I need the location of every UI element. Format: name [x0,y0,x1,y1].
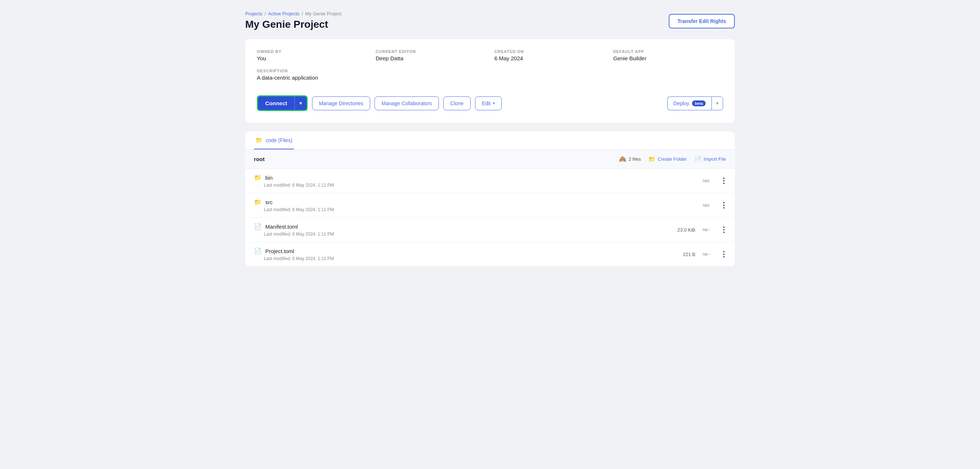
file-right-src: rwx [673,200,726,210]
menu-dot-1 [723,226,725,228]
root-label: root [254,156,264,162]
info-grid: OWNED BY You CURRENT EDITOR Deep Datta C… [257,49,723,61]
tab-code-files[interactable]: 📁 code (Files) [254,132,294,149]
connect-button[interactable]: Connect [258,97,294,110]
import-file-button[interactable]: 📄 Import File [694,156,726,162]
file-name-row-project: 📄 Project.toml [254,247,673,255]
connect-group: Connect ▼ [257,95,308,111]
files-actions: 🙈 2 files 📁 Create Folder 📄 Import File [619,156,726,162]
file-meta-manifest: Last modified: 6 May 2024, 1:11 PM [254,232,673,237]
file-size-manifest: 23.0 KiB [673,227,695,233]
file-name-project[interactable]: Project.toml [265,248,294,254]
connect-dropdown-button[interactable]: ▼ [294,97,307,110]
table-row: 📄 Project.toml Last modified: 6 May 2024… [245,242,735,266]
breadcrumb-projects[interactable]: Projects [245,11,262,16]
files-count: 🙈 2 files [619,156,641,162]
file-menu-manifest[interactable] [722,225,726,234]
folder-icon-bin: 📁 [254,174,262,181]
owned-by-field: OWNED BY You [257,49,367,61]
file-name-bin[interactable]: bin [265,175,273,181]
deploy-button[interactable]: Deploy beta [667,97,711,110]
table-row: 📄 Manifest.toml Last modified: 6 May 202… [245,218,735,242]
deploy-dropdown-button[interactable]: ▾ [711,97,723,110]
table-row: 📁 src Last modified: 6 May 2024, 1:11 PM… [245,193,735,218]
file-name-src[interactable]: src [265,199,273,205]
deploy-group: Deploy beta ▾ [667,97,723,110]
file-info-project: 📄 Project.toml Last modified: 6 May 2024… [254,247,673,261]
owned-by-label: OWNED BY [257,49,367,54]
folder-icon: 📁 [255,137,263,143]
owned-by-value: You [257,55,367,61]
menu-dot-3 [723,232,725,233]
file-name-row-bin: 📁 bin [254,174,673,181]
files-header: root 🙈 2 files 📁 Create Folder 📄 Import … [245,150,735,169]
edit-label: Edit [482,100,491,106]
create-folder-button[interactable]: 📁 Create Folder [648,156,687,162]
breadcrumb: Projects / Active Projects / My Genie Pr… [245,11,342,16]
import-file-label: Import File [704,156,726,162]
file-perms-bin: rwx [703,178,714,183]
breadcrumb-sep-2: / [302,11,303,16]
tab-label: code (Files) [266,137,292,143]
file-icon-project: 📄 [254,247,262,255]
file-meta-bin: Last modified: 6 May 2024, 1:11 PM [254,183,673,188]
files-count-label: 2 files [628,156,641,162]
create-folder-label: Create Folder [658,156,687,162]
description-value: A data-centric application [257,75,723,81]
file-name-row-manifest: 📄 Manifest.toml [254,223,673,231]
file-right-manifest: 23.0 KiB rw– [673,225,726,234]
file-meta-src: Last modified: 6 May 2024, 1:11 PM [254,207,673,212]
default-app-field: DEFAULT APP Genie Builder [613,49,723,61]
header-left: Projects / Active Projects / My Genie Pr… [245,11,342,30]
table-row: 📁 bin Last modified: 6 May 2024, 1:11 PM… [245,169,735,193]
beta-badge: beta [692,100,706,106]
menu-dot-2 [723,253,725,255]
file-size-project: 221 B [673,252,695,257]
current-editor-value: Deep Datta [375,55,485,61]
page-wrapper: Projects / Active Projects / My Genie Pr… [245,11,735,266]
menu-dot-1 [723,251,725,253]
file-menu-project[interactable] [722,250,726,259]
header: Projects / Active Projects / My Genie Pr… [245,11,735,30]
file-perms-project: rw– [703,252,714,257]
menu-dot-1 [723,178,725,179]
created-on-field: CREATED ON 6 May 2024 [495,49,605,61]
file-name-manifest[interactable]: Manifest.toml [265,224,298,230]
file-meta-project: Last modified: 6 May 2024, 1:11 PM [254,256,673,261]
menu-dot-3 [723,183,725,184]
manage-collaborators-button[interactable]: Manage Collaborators [374,97,439,110]
menu-dot-2 [723,205,725,206]
edit-button[interactable]: Edit ▾ [475,97,502,110]
file-name-row-src: 📁 src [254,198,673,206]
file-info-manifest: 📄 Manifest.toml Last modified: 6 May 202… [254,223,673,237]
default-app-value: Genie Builder [613,55,723,61]
breadcrumb-current: My Genie Project [305,11,342,16]
file-menu-src[interactable] [722,200,726,210]
menu-dot-2 [723,180,725,181]
menu-dot-1 [723,202,725,203]
action-bar: Connect ▼ Manage Directories Manage Coll… [257,89,723,113]
created-on-value: 6 May 2024 [495,55,605,61]
current-editor-label: CURRENT EDITOR [375,49,485,54]
file-perms-manifest: rw– [703,227,714,232]
files-section: 📁 code (Files) root 🙈 2 files 📁 Create F… [245,132,735,266]
manage-directories-button[interactable]: Manage Directories [312,97,370,110]
menu-dot-3 [723,207,725,208]
file-icon-manifest: 📄 [254,223,262,231]
file-right-bin: rwx [673,176,726,186]
breadcrumb-active-projects[interactable]: Active Projects [268,11,300,16]
folder-icon-src: 📁 [254,198,262,206]
transfer-edit-rights-button[interactable]: Transfer Edit Rights [669,14,735,29]
breadcrumb-sep-1: / [264,11,266,16]
info-card: OWNED BY You CURRENT EDITOR Deep Datta C… [245,39,735,123]
created-on-label: CREATED ON [495,49,605,54]
files-tabs: 📁 code (Files) [245,132,735,150]
deploy-label: Deploy [673,100,689,106]
file-menu-bin[interactable] [722,176,726,186]
import-file-icon: 📄 [694,156,702,162]
description-field: DESCRIPTION A data-centric application [257,69,723,81]
description-label: DESCRIPTION [257,69,723,73]
clone-button[interactable]: Clone [443,97,471,110]
file-info-src: 📁 src Last modified: 6 May 2024, 1:11 PM [254,198,673,212]
eye-slash-icon: 🙈 [619,156,626,162]
